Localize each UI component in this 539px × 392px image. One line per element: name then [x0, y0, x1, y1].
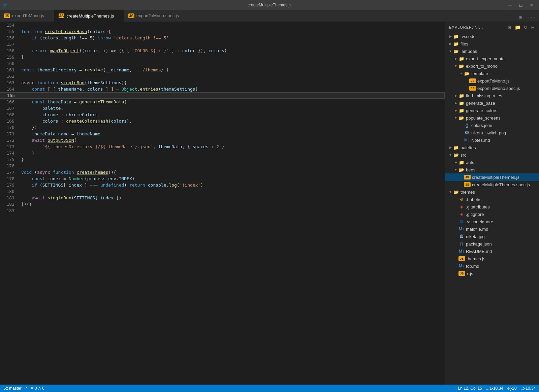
- code-content: await outputJSON(: [19, 138, 445, 143]
- tree-item-readme_md[interactable]: M↓README.md: [445, 248, 539, 255]
- tree-arrow-icon[interactable]: ▶: [448, 146, 453, 149]
- tree-item-ants[interactable]: ▶📁ants: [445, 159, 539, 166]
- tree-item-generate_colors[interactable]: ▶📁generate_colors: [445, 107, 539, 114]
- line-number: 172: [0, 138, 19, 143]
- line-number: 178: [0, 176, 19, 181]
- tree-arrow-icon[interactable]: ▶: [453, 94, 458, 97]
- tree-item-template[interactable]: ▼📂template: [445, 70, 539, 77]
- eol-info[interactable]: ⌽:-10.34: [521, 386, 536, 391]
- errors-text: ✕ 0: [30, 386, 37, 391]
- tree-item-bees[interactable]: ▼📂bees: [445, 166, 539, 173]
- tree-item-top_md[interactable]: M↓top.md: [445, 262, 539, 270]
- code-line-183: 183: [0, 207, 445, 214]
- tab-exportToMonoSpec[interactable]: JS exportToMono.spec.js ✕: [124, 10, 189, 22]
- code-content: chrome : chromeColors,: [19, 112, 445, 117]
- git-branch[interactable]: ⎇ master: [3, 386, 22, 391]
- tree-item-label: populate_screens: [465, 116, 539, 121]
- encoding-info[interactable]: ⌽[-20: [507, 386, 517, 391]
- tree-item-gitattributes[interactable]: ◈.gitattributes: [445, 203, 539, 210]
- tree-arrow-icon[interactable]: ▶: [453, 101, 458, 105]
- code-content: await singleRun(SETTINGS[ index ]): [19, 195, 445, 200]
- tab-label: exportToMono.js: [12, 13, 44, 18]
- line-number: 175: [0, 157, 19, 162]
- tree-item-niketa_switch_png[interactable]: 🖼niketa_switch.png: [445, 129, 539, 136]
- more-actions-button[interactable]: ···: [527, 12, 536, 22]
- tree-item-gitignore[interactable]: ◈.gitignore: [445, 210, 539, 218]
- maximize-button[interactable]: □: [516, 1, 526, 9]
- line-number: 181: [0, 195, 19, 200]
- tree-item-populate_screens[interactable]: ▼📂populate_screens: [445, 114, 539, 122]
- tree-item-notes_md[interactable]: M↓Notes.md: [445, 136, 539, 144]
- code-content: void (async function createThemes(){: [19, 170, 445, 175]
- tree-arrow-icon[interactable]: ▼: [458, 72, 464, 75]
- tree-item-files[interactable]: ▶📁files: [445, 40, 539, 47]
- close-button[interactable]: ✕: [527, 1, 536, 9]
- tree-item-colors_json[interactable]: {}colors.json: [445, 122, 539, 129]
- tree-file-icon: 🖼: [458, 234, 465, 239]
- tree-item-babelrc[interactable]: ⚙.babelrc: [445, 196, 539, 203]
- code-line-178: 178 const index = Number(process.env.IND…: [0, 175, 445, 182]
- tree-file-icon: 📂: [453, 49, 459, 54]
- tree-arrow-icon[interactable]: ▼: [453, 116, 458, 120]
- tree-item-src[interactable]: ▼📂src: [445, 151, 539, 159]
- code-content: `${ themesDirectory }/${ themeName }.jso…: [19, 144, 445, 149]
- tree-item-createMultipleThemes_spec[interactable]: JScreateMultipleThemes.spec.js: [445, 181, 539, 188]
- errors-indicator[interactable]: ✕ 0 △ 0: [30, 386, 44, 391]
- tree-arrow-icon[interactable]: ▼: [453, 64, 458, 68]
- tree-item-themes[interactable]: ▼📂themes: [445, 188, 539, 196]
- tree-arrow-icon[interactable]: ▼: [448, 153, 453, 157]
- tab-bar: JS exportToMono.js ✕ JS createMultipleTh…: [0, 10, 539, 22]
- tree-item-lambdas[interactable]: ▼📂lambdas: [445, 47, 539, 55]
- tree-item-label: README.md: [465, 249, 539, 254]
- tree-file-icon: 📁: [458, 160, 465, 165]
- line-number: 165: [0, 93, 19, 98]
- code-line-175: 175 }: [0, 156, 445, 163]
- tree-arrow-icon[interactable]: ▼: [453, 168, 458, 171]
- tree-item-vscode[interactable]: ▶📁.vscode: [445, 33, 539, 40]
- code-line-162: 162: [0, 73, 445, 79]
- toggle-panel-button[interactable]: ▣: [516, 12, 526, 22]
- tree-item-createMultipleThemes_js[interactable]: JScreateMultipleThemes.js: [445, 173, 539, 181]
- tree-item-vscodeignore[interactable]: ⧉.vscodeignore: [445, 218, 539, 225]
- code-line-159: 159 }: [0, 54, 445, 60]
- tree-item-export_experimental[interactable]: ▶📁export_experimental: [445, 55, 539, 62]
- tree-item-package_json[interactable]: {}package.json: [445, 240, 539, 248]
- line-number: 167: [0, 106, 19, 111]
- tree-item-label: maidfile.md: [465, 227, 539, 232]
- cursor-position[interactable]: Ln 12, Col 15: [458, 386, 482, 391]
- tree-arrow-icon[interactable]: ▶: [453, 161, 458, 164]
- tree-item-label: .gitattributes: [465, 204, 539, 209]
- tree-item-generate_base[interactable]: ▶📁generate_base: [445, 99, 539, 107]
- tab-exportToMono[interactable]: JS exportToMono.js ✕: [0, 10, 55, 22]
- tab-createMultipleThemes[interactable]: JS createMultipleThemes.js ✕: [55, 10, 124, 22]
- split-editor-button[interactable]: ⊡: [505, 12, 515, 22]
- indent-info[interactable]: ⎵:1-10.34: [486, 386, 503, 391]
- tree-item-x_js[interactable]: JSx.js: [445, 270, 539, 277]
- tree-arrow-icon[interactable]: ▶: [453, 57, 458, 60]
- collapse-all-icon[interactable]: ⊟: [531, 25, 535, 30]
- tree-arrow-icon[interactable]: ▶: [453, 109, 458, 112]
- tree-item-label: themes.js: [465, 256, 539, 261]
- tree-item-exportToMono_js[interactable]: JSexportToMono.js: [445, 77, 539, 85]
- tree-item-themes_js[interactable]: JSthemes.js: [445, 255, 539, 262]
- tree-item-find_missing_rules[interactable]: ▶📁find_missing_rules: [445, 92, 539, 99]
- tree-item-export_to_mono[interactable]: ▼📂export_to_mono: [445, 62, 539, 70]
- tree-item-maidfile_md[interactable]: M↓maidfile.md: [445, 225, 539, 233]
- tree-arrow-icon[interactable]: ▼: [448, 190, 453, 194]
- line-number: 182: [0, 202, 19, 207]
- new-folder-icon[interactable]: 📁: [515, 25, 521, 30]
- refresh-icon[interactable]: ↻: [524, 25, 528, 30]
- minimize-button[interactable]: ─: [505, 1, 515, 9]
- line-number: 163: [0, 80, 19, 85]
- sync-button[interactable]: ↺: [24, 386, 28, 391]
- editor-scroll[interactable]: 154 155 function createColorsHash(colors…: [0, 22, 445, 385]
- tree-arrow-icon[interactable]: ▶: [448, 42, 453, 45]
- tree-arrow-icon[interactable]: ▼: [448, 50, 453, 53]
- code-content: palette,: [19, 106, 445, 111]
- tree-arrow-icon[interactable]: ▶: [448, 35, 453, 38]
- tree-item-niketa_jpg[interactable]: 🖼niketa.jpg: [445, 233, 539, 240]
- statusbar: ⎇ master ↺ ✕ 0 △ 0 Ln 12, Col 15 ⎵:1-10.…: [0, 385, 539, 392]
- new-file-icon[interactable]: ⊕: [508, 25, 512, 30]
- tree-item-palettes[interactable]: ▶📁palettes: [445, 144, 539, 151]
- tree-item-exportToMono_spec[interactable]: JSexportToMono.spec.js: [445, 85, 539, 92]
